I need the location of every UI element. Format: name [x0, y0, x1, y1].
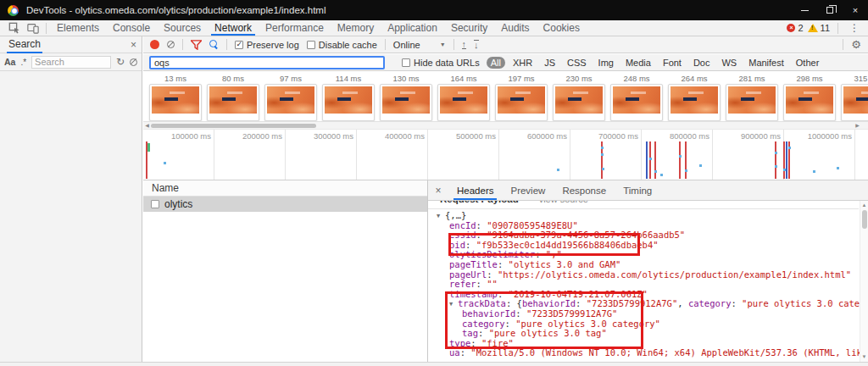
page-screenshot-thumb [382, 86, 430, 114]
request-details-pane: × HeadersPreviewResponseTiming Request P… [428, 180, 868, 366]
filmstrip-frame[interactable]: 281 ms [726, 74, 778, 121]
export-har-button[interactable]: ↓ [474, 40, 479, 49]
throttling-select[interactable]: Online [393, 40, 420, 50]
status-bar [0, 362, 868, 366]
tab-sources[interactable]: Sources [157, 20, 208, 36]
scroll-up-icon[interactable]: ▲ [860, 202, 868, 209]
scroll-left-icon[interactable]: ◀ [143, 122, 151, 129]
tab-elements[interactable]: Elements [50, 20, 106, 36]
close-button[interactable]: × [843, 0, 868, 20]
json-token: , [677, 298, 688, 308]
details-tab-headers[interactable]: Headers [448, 180, 502, 200]
filmstrip-frame[interactable]: 13 ms [149, 74, 202, 121]
frame-timestamp: 130 ms [380, 74, 432, 84]
frame-timestamp: 13 ms [149, 74, 202, 84]
match-case-button[interactable]: Aa [4, 57, 15, 67]
filmstrip-frame[interactable]: 80 ms [207, 74, 259, 121]
expand-arrow-icon[interactable]: ▼ [437, 212, 445, 222]
filter-img[interactable]: Img [594, 57, 618, 69]
filmstrip-frame[interactable]: 315 ms [841, 74, 868, 121]
filmstrip-frame[interactable]: 164 ms [437, 74, 490, 121]
refresh-icon[interactable]: ↻ [116, 56, 125, 68]
regex-button[interactable]: .* [20, 58, 26, 67]
hide-data-urls-checkbox[interactable] [402, 58, 410, 67]
close-details-button[interactable]: × [428, 180, 448, 200]
filter-icon[interactable] [191, 40, 202, 50]
filmstrip-frame[interactable]: 130 ms [380, 74, 432, 121]
preserve-log-checkbox[interactable] [235, 41, 243, 49]
disable-cache-checkbox[interactable] [307, 41, 315, 49]
frame-thumbnail [380, 84, 432, 121]
view-source-link[interactable]: view source [539, 201, 588, 204]
timeline-gridline-cell: 200000 ms [214, 130, 286, 180]
search-icon[interactable] [209, 40, 219, 49]
details-tab-timing[interactable]: Timing [615, 180, 660, 200]
filmstrip-frame[interactable]: 230 ms [553, 74, 605, 121]
filter-xhr[interactable]: XHR [509, 57, 537, 69]
json-token: : [460, 347, 471, 358]
filmstrip-frames: 13 ms80 ms97 ms114 ms130 ms164 ms197 ms2… [143, 74, 868, 121]
clear-search-icon[interactable] [130, 58, 137, 66]
page-screenshot-thumb [613, 86, 660, 114]
name-column-header[interactable]: Name [143, 180, 427, 197]
tab-cookies[interactable]: Cookies [537, 20, 587, 36]
filter-other[interactable]: Other [792, 57, 824, 69]
filter-ws[interactable]: WS [717, 57, 741, 69]
filmstrip-frame[interactable]: 97 ms [264, 74, 317, 121]
search-pane-close-button[interactable]: × [131, 39, 136, 51]
tab-network[interactable]: Network [208, 20, 259, 36]
json-token: : [498, 259, 509, 269]
scrollbar-thumb[interactable] [862, 210, 867, 229]
filter-input[interactable] [149, 56, 385, 69]
filmstrip-frame[interactable]: 298 ms [783, 74, 836, 121]
tab-console[interactable]: Console [106, 20, 157, 36]
filter-doc[interactable]: Doc [689, 57, 715, 69]
scroll-down-icon[interactable]: ▼ [860, 353, 868, 361]
device-toolbar-icon [27, 22, 39, 34]
settings-gear-icon[interactable]: ⚙ [851, 38, 861, 51]
frame-timestamp: 298 ms [783, 74, 836, 84]
divider [837, 23, 838, 34]
warning-badge[interactable]: 11 [808, 23, 830, 33]
filmstrip-frame[interactable]: 264 ms [668, 74, 721, 121]
network-overview-timeline[interactable]: 100000 ms200000 ms300000 ms400000 ms5000… [143, 129, 868, 180]
chevron-down-icon[interactable]: ▼ [440, 42, 446, 47]
details-scrollbar[interactable]: ▲ ▼ [860, 201, 868, 362]
divider [46, 23, 47, 34]
tab-memory[interactable]: Memory [331, 20, 381, 36]
record-button[interactable] [150, 40, 159, 49]
filmstrip-frame[interactable]: 197 ms [495, 74, 548, 121]
tab-performance[interactable]: Performance [259, 20, 331, 36]
device-toolbar-button[interactable] [24, 20, 42, 36]
filter-manifest[interactable]: Manifest [744, 57, 788, 69]
more-options-button[interactable]: ⋮ [846, 22, 863, 34]
filmstrip-frame[interactable]: 248 ms [610, 74, 663, 121]
filter-media[interactable]: Media [621, 57, 655, 69]
scroll-right-icon[interactable]: ▶ [854, 122, 861, 129]
minimize-button[interactable] [792, 0, 817, 20]
error-badge[interactable]: × 2 [787, 23, 803, 33]
inspect-element-button[interactable] [5, 20, 24, 36]
filter-js[interactable]: JS [540, 57, 559, 69]
details-tab-preview[interactable]: Preview [502, 180, 554, 200]
preserve-log-label: Preserve log [247, 40, 299, 50]
tab-security[interactable]: Security [444, 20, 494, 36]
filter-css[interactable]: CSS [563, 57, 591, 69]
filter-font[interactable]: Font [659, 57, 686, 69]
request-row-olytics[interactable]: olytics [143, 197, 427, 212]
clear-requests-icon[interactable] [167, 41, 175, 48]
tab-audits[interactable]: Audits [494, 20, 536, 36]
filmstrip-frame[interactable]: 114 ms [322, 74, 375, 121]
annotation-box-oid [448, 233, 640, 256]
hide-data-urls-toggle[interactable]: Hide data URLs [402, 58, 480, 68]
search-input[interactable] [31, 56, 111, 69]
filmstrip-scrollbar[interactable]: ◀ ▶ [143, 121, 868, 129]
tab-application[interactable]: Application [381, 20, 444, 36]
restore-button[interactable] [817, 0, 843, 20]
import-har-button[interactable]: ↑ [462, 40, 467, 49]
disable-cache-toggle[interactable]: Disable cache [307, 40, 377, 50]
scrollbar-thumb[interactable] [151, 124, 316, 128]
details-tab-response[interactable]: Response [554, 180, 615, 200]
filter-all[interactable]: All [487, 57, 505, 69]
preserve-log-toggle[interactable]: Preserve log [235, 40, 299, 50]
